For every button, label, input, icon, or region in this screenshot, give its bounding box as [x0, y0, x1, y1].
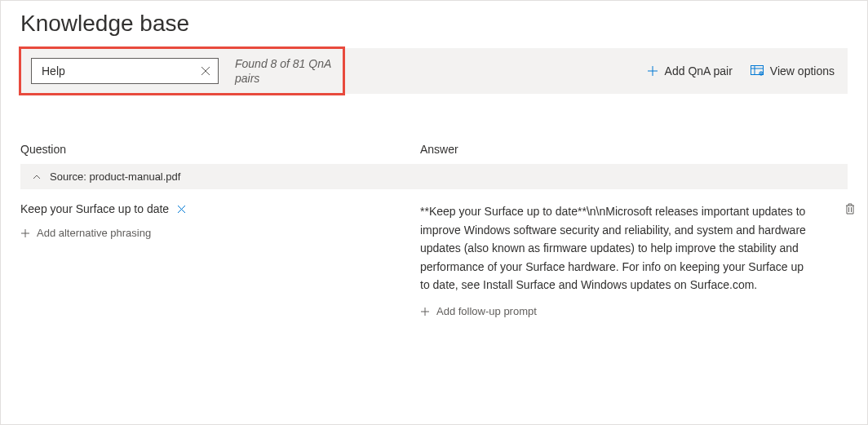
plus-icon: [20, 228, 30, 238]
view-options-button[interactable]: View options: [751, 64, 835, 77]
view-options-label: View options: [770, 64, 835, 77]
view-options-icon: [751, 65, 764, 77]
add-followup-label: Add follow-up prompt: [436, 305, 537, 317]
page-title: Knowledge base: [20, 11, 848, 37]
search-results-summary: Found 8 of 81 QnA pairs: [235, 56, 333, 86]
answer-cell: **Keep your Surface up to date**\n\nMicr…: [420, 202, 848, 317]
source-label: Source: product-manual.pdf: [50, 170, 180, 183]
qna-row: Keep your Surface up to date Add alterna…: [20, 189, 848, 317]
source-prefix: Source:: [50, 170, 89, 183]
search-input-wrap[interactable]: [31, 58, 219, 84]
answer-text[interactable]: **Keep your Surface up to date**\n\nMicr…: [420, 202, 807, 294]
plus-icon: [647, 65, 658, 77]
search-input[interactable]: [38, 64, 200, 77]
add-qna-pair-button[interactable]: Add QnA pair: [647, 64, 733, 77]
chevron-up-icon[interactable]: [32, 172, 42, 182]
column-headers: Question Answer: [20, 143, 848, 164]
toolbar: Found 8 of 81 QnA pairs Add QnA pair Vie…: [20, 48, 848, 94]
search-highlight-region: Found 8 of 81 QnA pairs: [19, 46, 345, 95]
source-row[interactable]: Source: product-manual.pdf: [20, 164, 848, 189]
clear-icon[interactable]: [200, 65, 211, 77]
question-cell: Keep your Surface up to date Add alterna…: [20, 202, 420, 317]
question-text[interactable]: Keep your Surface up to date: [20, 202, 169, 215]
add-alternative-phrasing-button[interactable]: Add alternative phrasing: [20, 227, 396, 239]
add-alternative-label: Add alternative phrasing: [37, 227, 151, 239]
question-header: Question: [20, 143, 420, 156]
plus-icon: [420, 307, 430, 317]
delete-icon[interactable]: [844, 202, 856, 215]
add-qna-pair-label: Add QnA pair: [665, 64, 733, 77]
source-name: product-manual.pdf: [89, 170, 180, 183]
remove-question-icon[interactable]: [177, 205, 186, 214]
add-followup-button[interactable]: Add follow-up prompt: [420, 305, 807, 317]
answer-header: Answer: [420, 143, 848, 156]
